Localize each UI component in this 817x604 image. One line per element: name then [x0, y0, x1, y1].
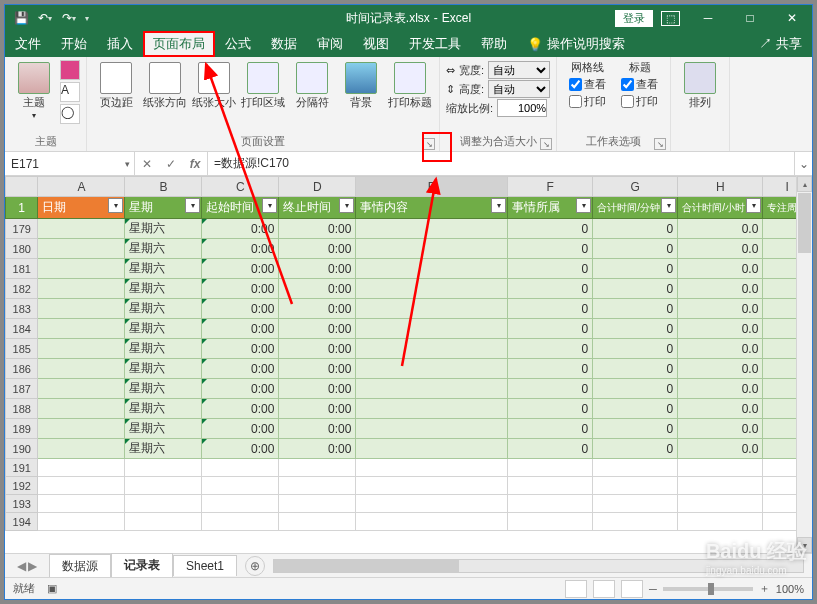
print-area-button[interactable]: 打印区域 — [240, 60, 286, 111]
zoom-level[interactable]: 100% — [776, 583, 804, 595]
col-header[interactable]: D — [279, 177, 356, 197]
sheet-nav-prev-icon[interactable]: ◀ — [17, 559, 26, 573]
tellme-box[interactable]: 💡 操作说明搜索 — [517, 31, 635, 57]
page-layout-view-icon[interactable] — [593, 580, 615, 598]
filter-icon[interactable]: ▾ — [746, 198, 761, 213]
scale-input[interactable] — [497, 99, 547, 117]
margins-button[interactable]: 页边距 — [93, 60, 139, 111]
sheet-tab[interactable]: 记录表 — [111, 553, 173, 579]
sheet-tab[interactable]: 数据源 — [49, 554, 111, 578]
chevron-down-icon[interactable]: ▾ — [125, 159, 130, 169]
page-break-view-icon[interactable] — [621, 580, 643, 598]
row-header[interactable]: 186 — [6, 359, 38, 379]
row-header[interactable]: 179 — [6, 219, 38, 239]
redo-icon[interactable]: ↷▾ — [61, 10, 77, 26]
row-header[interactable]: 189 — [6, 419, 38, 439]
col-header[interactable]: H — [678, 177, 763, 197]
add-sheet-icon[interactable]: ⊕ — [245, 556, 265, 576]
headings-print-check[interactable]: 打印 — [621, 94, 658, 109]
page-setup-launcher[interactable]: ↘ — [423, 138, 435, 150]
gridlines-print-check[interactable]: 打印 — [569, 94, 606, 109]
fx-icon[interactable]: fx — [183, 157, 207, 171]
tab-view[interactable]: 视图 — [353, 31, 399, 57]
normal-view-icon[interactable] — [565, 580, 587, 598]
fonts-button[interactable]: A — [60, 82, 80, 102]
maximize-icon[interactable]: □ — [730, 5, 770, 31]
breaks-button[interactable]: 分隔符 — [289, 60, 335, 111]
sheet-options-launcher[interactable]: ↘ — [654, 138, 666, 150]
sheet-tab[interactable]: Sheet1 — [173, 555, 237, 576]
row-header[interactable]: 181 — [6, 259, 38, 279]
row-header[interactable]: 187 — [6, 379, 38, 399]
tab-review[interactable]: 审阅 — [307, 31, 353, 57]
undo-icon[interactable]: ↶▾ — [37, 10, 53, 26]
arrange-button[interactable]: 排列 — [677, 60, 723, 111]
colors-button[interactable] — [60, 60, 80, 80]
filter-icon[interactable]: ▾ — [491, 198, 506, 213]
share-button[interactable]: ↗ 共享 — [759, 35, 802, 53]
row-header[interactable]: 183 — [6, 299, 38, 319]
name-box[interactable]: E171▾ — [5, 152, 135, 175]
cancel-formula-icon[interactable]: ✕ — [135, 157, 159, 171]
tab-help[interactable]: 帮助 — [471, 31, 517, 57]
height-select[interactable]: 自动 — [488, 80, 550, 98]
headings-view-check[interactable]: 查看 — [621, 77, 658, 92]
effects-button[interactable]: ◯ — [60, 104, 80, 124]
row-header[interactable]: 192 — [6, 477, 38, 495]
col-header[interactable]: G — [593, 177, 678, 197]
row-header[interactable]: 184 — [6, 319, 38, 339]
size-button[interactable]: 纸张大小 — [191, 60, 237, 111]
formula-input[interactable]: =数据源!C170 — [208, 152, 794, 175]
vertical-scrollbar[interactable]: ▴ ▾ — [796, 176, 812, 553]
row-header[interactable]: 194 — [6, 513, 38, 531]
width-select[interactable]: 自动 — [488, 61, 550, 79]
filter-icon[interactable]: ▾ — [339, 198, 354, 213]
print-titles-button[interactable]: 打印标题 — [387, 60, 433, 111]
filter-icon[interactable]: ▾ — [661, 198, 676, 213]
row-header[interactable]: 1 — [6, 197, 38, 219]
enter-formula-icon[interactable]: ✓ — [159, 157, 183, 171]
row-header[interactable]: 185 — [6, 339, 38, 359]
row-header[interactable]: 191 — [6, 459, 38, 477]
gridlines-view-check[interactable]: 查看 — [569, 77, 606, 92]
ribbon-mode-icon[interactable]: ⬚ — [661, 11, 680, 26]
col-header[interactable]: F — [508, 177, 593, 197]
filter-icon[interactable]: ▾ — [185, 198, 200, 213]
expand-formula-icon[interactable]: ⌄ — [794, 152, 812, 175]
row-header[interactable]: 193 — [6, 495, 38, 513]
zoom-slider[interactable] — [663, 587, 753, 591]
close-icon[interactable]: ✕ — [772, 5, 812, 31]
background-button[interactable]: 背景 — [338, 60, 384, 111]
tab-formulas[interactable]: 公式 — [215, 31, 261, 57]
zoom-out-icon[interactable]: ─ — [649, 583, 657, 595]
worksheet-grid[interactable]: A B C D E F G H I 1 日期▾ 星期▾ 起始时间▾ 终止时间▾ … — [5, 176, 812, 553]
filter-icon[interactable]: ▾ — [108, 198, 123, 213]
tab-page-layout[interactable]: 页面布局 — [143, 31, 215, 57]
col-header[interactable]: C — [202, 177, 279, 197]
scroll-down-icon[interactable]: ▾ — [797, 537, 812, 553]
record-macro-icon[interactable]: ▣ — [47, 582, 57, 595]
row-header[interactable]: 182 — [6, 279, 38, 299]
horizontal-scrollbar[interactable] — [273, 559, 804, 573]
row-header[interactable]: 188 — [6, 399, 38, 419]
login-button[interactable]: 登录 — [615, 10, 653, 27]
sheet-nav-next-icon[interactable]: ▶ — [28, 559, 37, 573]
save-icon[interactable]: 💾 — [13, 10, 29, 26]
filter-icon[interactable]: ▾ — [576, 198, 591, 213]
row-header[interactable]: 190 — [6, 439, 38, 459]
filter-icon[interactable]: ▾ — [262, 198, 277, 213]
row-header[interactable]: 180 — [6, 239, 38, 259]
qat-more-icon[interactable]: ▾ — [85, 14, 89, 23]
scroll-up-icon[interactable]: ▴ — [797, 176, 812, 192]
tab-home[interactable]: 开始 — [51, 31, 97, 57]
themes-button[interactable]: 主题▾ — [11, 60, 57, 124]
scroll-thumb[interactable] — [798, 193, 811, 253]
select-all-corner[interactable] — [6, 177, 38, 197]
tab-developer[interactable]: 开发工具 — [399, 31, 471, 57]
orientation-button[interactable]: 纸张方向 — [142, 60, 188, 111]
tab-data[interactable]: 数据 — [261, 31, 307, 57]
col-header[interactable]: E — [356, 177, 508, 197]
col-header[interactable]: B — [125, 177, 202, 197]
tab-file[interactable]: 文件 — [5, 31, 51, 57]
zoom-in-icon[interactable]: ＋ — [759, 581, 770, 596]
